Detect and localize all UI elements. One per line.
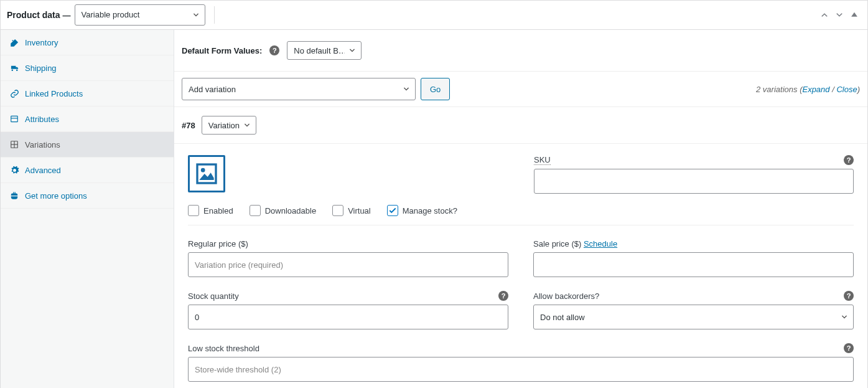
tab-variations[interactable]: Variations [1,132,174,158]
expand-link[interactable]: Expand [802,85,829,94]
variation-checkbox-row: Enabled Downloadable Virtual Ma [188,205,854,225]
title-dash: — [63,11,71,20]
sale-price-label: Sale price ($) [533,239,581,248]
tab-get-more-options[interactable]: Get more options [1,183,174,209]
panel-down-icon[interactable] [833,8,846,22]
regular-price-label: Regular price ($) [188,239,248,248]
tab-advanced[interactable]: Advanced [1,158,174,183]
svg-point-7 [201,168,205,173]
attributes-icon [9,114,19,124]
panel-title: Product data [7,10,60,20]
low-stock-row: Low stock threshold ? [188,343,854,382]
help-icon[interactable]: ? [844,155,854,165]
stock-quantity-input[interactable] [188,305,508,329]
panel-body: Inventory Shipping Linked Products [1,30,867,388]
default-attribute-select[interactable]: No default B… [287,41,362,60]
low-stock-block: Low stock threshold ? [188,343,854,382]
variation-id: #78 [182,121,195,130]
close-link[interactable]: Close [836,85,857,94]
link-icon [9,88,19,98]
variation-header[interactable]: #78 Variation [174,107,867,144]
default-form-values-label: Default Form Values: [182,46,262,55]
stock-quantity-block: Stock quantity ? [188,291,508,329]
variation-attribute-select[interactable]: Variation [202,116,256,135]
low-stock-input[interactable] [188,357,854,382]
low-stock-label: Low stock threshold [188,344,259,353]
product-type-select[interactable]: Variable product [75,4,205,26]
plugin-icon [9,191,19,201]
variation-action-toolbar: Add variation Go 2 variations (Expand / … [174,72,867,107]
help-icon[interactable]: ? [844,343,854,353]
checkbox-checked-icon [387,205,398,216]
panel-header-controls [818,8,861,22]
sku-input[interactable] [534,169,854,194]
tab-label: Shipping [25,64,57,73]
panel-up-icon[interactable] [818,8,831,22]
sku-field-block: SKU ? [534,155,854,194]
variation-body: SKU ? Enabled Downloadable [174,144,867,388]
variations-count: 2 variations (Expand / Close) [756,85,860,94]
price-row: Regular price ($) Sale price ($) Schedul… [188,239,854,277]
allow-backorders-block: Allow backorders? ? Do not allow [533,291,854,329]
tab-label: Linked Products [25,89,83,98]
panel-header: Product data — Variable product [1,1,867,30]
product-data-panel: Product data — Variable product [0,0,868,388]
tab-shipping[interactable]: Shipping [1,55,174,81]
default-form-values-row: Default Form Values: ? No default B… [174,30,867,72]
tab-label: Advanced [25,166,61,175]
virtual-checkbox[interactable]: Virtual [332,205,371,216]
regular-price-input[interactable] [188,252,508,277]
tab-label: Variations [25,140,60,149]
tab-label: Inventory [25,38,58,47]
panel-toggle-icon[interactable] [847,8,861,22]
allow-backorders-label: Allow backorders? [533,291,599,301]
variation-image-placeholder[interactable] [188,155,225,192]
regular-price-block: Regular price ($) [188,239,508,277]
help-icon[interactable]: ? [498,291,508,301]
inventory-icon [9,37,19,47]
variation-action-select[interactable]: Add variation [182,78,416,100]
checkbox-icon [188,205,199,216]
stock-row: Stock quantity ? Allow backorders? ? Do … [188,291,854,329]
stock-quantity-label: Stock quantity [188,291,239,301]
help-icon[interactable]: ? [844,291,854,301]
go-button[interactable]: Go [421,78,450,100]
variations-icon [9,140,19,149]
shipping-icon [9,63,19,73]
tab-attributes[interactable]: Attributes [1,106,174,132]
manage-stock-checkbox[interactable]: Manage stock? [387,205,457,216]
enabled-checkbox[interactable]: Enabled [188,205,233,216]
schedule-link[interactable]: Schedule [584,239,617,248]
header-separator [214,6,215,24]
tab-linked-products[interactable]: Linked Products [1,81,174,106]
variations-panel: Default Form Values: ? No default B… Add… [174,30,867,388]
checkbox-icon [332,205,343,216]
tab-inventory[interactable]: Inventory [1,30,174,55]
tab-label: Get more options [25,191,87,201]
gear-icon [9,165,19,175]
sku-label: SKU [534,155,551,165]
variation-top-row: SKU ? [188,155,854,194]
sale-price-block: Sale price ($) Schedule [533,239,854,277]
product-data-tabs: Inventory Shipping Linked Products [1,30,174,388]
help-icon[interactable]: ? [269,45,279,55]
allow-backorders-select[interactable]: Do not allow [533,305,854,329]
svg-rect-0 [11,116,18,121]
tab-label: Attributes [25,115,59,124]
sale-price-input[interactable] [533,252,854,277]
downloadable-checkbox[interactable]: Downloadable [250,205,316,216]
checkbox-icon [250,205,261,216]
